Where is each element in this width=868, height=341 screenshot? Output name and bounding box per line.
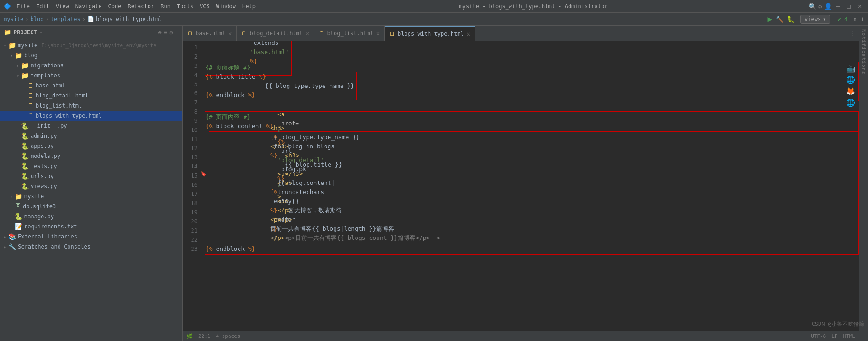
- tab-blog-detail[interactable]: 🗒 blog_detail.html ✕: [237, 26, 314, 41]
- tree-item-scratches[interactable]: ▸ 🔧 Scratches and Consoles: [0, 242, 182, 252]
- icon3[interactable]: 🦊: [846, 87, 855, 96]
- tab-more-btn[interactable]: ⋮: [846, 30, 859, 37]
- validate-badge: ✔ 4: [837, 16, 847, 22]
- code-editor[interactable]: {% extends 'base.html' %} {# 页面标题 #}: [201, 41, 859, 331]
- tree-item-blog-list[interactable]: 🗒 blog_list.html: [0, 101, 182, 111]
- breadcrumb-sep3: ›: [82, 16, 85, 22]
- tree-arrow: ▾: [2, 43, 8, 48]
- tree-label: base.html: [36, 82, 65, 89]
- chevron-down-icon: ▾: [823, 16, 826, 22]
- sidebar-hide-icon[interactable]: —: [175, 29, 179, 36]
- run-debug-btn[interactable]: 🐛: [787, 16, 795, 23]
- tree-item-admin-py[interactable]: 🐍 admin.py: [0, 131, 182, 141]
- menu-help[interactable]: Help: [240, 2, 258, 11]
- tree-item-ext-libraries[interactable]: ▸ 📚 External Libraries: [0, 232, 182, 242]
- sidebar-settings-icon[interactable]: ⚙: [169, 29, 173, 36]
- tree-item-base-html[interactable]: 🗒 base.html: [0, 81, 182, 91]
- icon1[interactable]: 📺: [846, 64, 855, 73]
- menu-view[interactable]: View: [53, 2, 72, 11]
- tree-label: apps.py: [31, 143, 54, 149]
- menu-refactor[interactable]: Refactor: [125, 2, 157, 11]
- minimize-btn[interactable]: —: [834, 3, 843, 10]
- ln-6: 6: [183, 89, 197, 98]
- ln-19: 19: [183, 208, 197, 217]
- tree-item-db-sqlite3[interactable]: 🗄 db.sqlite3: [0, 201, 182, 211]
- tab-blog-list[interactable]: 🗒 blog_list.html ✕: [314, 26, 385, 41]
- sidebar-dropdown-icon[interactable]: ▾: [40, 30, 43, 35]
- views-dropdown[interactable]: views ▾: [800, 15, 830, 24]
- menu-run[interactable]: Run: [158, 2, 173, 11]
- settings-icon[interactable]: ⚙: [818, 3, 822, 10]
- line-numbers: 1 2 3 4 5 6 7 8 9 10 11 12 13 14 15 16 1…: [183, 41, 201, 331]
- ln-15: 15: [183, 171, 197, 180]
- tab-close-icon[interactable]: ✕: [305, 30, 309, 37]
- indent-indicator: 4 spaces: [216, 333, 240, 339]
- tree-item-blog[interactable]: ▾ 📁 blog: [0, 50, 182, 60]
- tree-item-tests-py[interactable]: 🐍 tests.py: [0, 161, 182, 171]
- menu-tools[interactable]: Tools: [174, 2, 196, 11]
- close-btn[interactable]: ✕: [855, 3, 864, 10]
- ln-14: 14: [183, 162, 197, 171]
- editor-content: 1 2 3 4 5 6 7 8 9 10 11 12 13 14 15 16 1…: [183, 41, 859, 331]
- tab-icon: 🗒: [319, 30, 325, 37]
- code-line-1: {% extends 'base.html' %}: [201, 43, 859, 52]
- tab-close-icon[interactable]: ✕: [228, 30, 232, 37]
- tree-item-templates[interactable]: ▾ 📁 templates: [0, 70, 182, 81]
- tree-item-models-py[interactable]: 🐍 models.py: [0, 151, 182, 161]
- py-file-icon: 🐍: [21, 162, 29, 170]
- icon2[interactable]: 🌐: [846, 76, 855, 84]
- menu-window[interactable]: Window: [213, 2, 239, 11]
- menu-edit[interactable]: Edit: [33, 2, 52, 11]
- breadcrumb-blog[interactable]: blog: [31, 16, 44, 22]
- code-line-14: 🔖: [209, 169, 858, 179]
- ln-16: 16: [183, 180, 197, 189]
- folder-open-icon: 📁: [15, 52, 22, 59]
- ln-4: 4: [183, 70, 197, 80]
- breadcrumb-templates[interactable]: templates: [51, 16, 80, 22]
- tree-item-blog-detail[interactable]: 🗒 blog_detail.html: [0, 91, 182, 101]
- tab-close-icon[interactable]: ✕: [376, 30, 380, 37]
- tree-item-mysite2[interactable]: ▸ 📁 mysite: [0, 191, 182, 201]
- content-block-section: {# 页面内容 #} {% block content %} <h3>: [205, 111, 859, 255]
- tree-item-views-py[interactable]: 🐍 views.py: [0, 181, 182, 191]
- breadcrumb-mysite[interactable]: mysite: [4, 16, 23, 22]
- tree-arrow: ▸: [2, 234, 8, 239]
- user-icon[interactable]: 👤: [824, 3, 832, 10]
- tree-item-mysite-root[interactable]: ▾ 📁 mysite E:\about_Django\test\mysite_e…: [0, 40, 182, 50]
- menu-vcs[interactable]: VCS: [197, 2, 213, 11]
- tree-item-manage-py[interactable]: 🐍 manage.py: [0, 211, 182, 222]
- notifications-label[interactable]: Notifications: [861, 29, 867, 75]
- expand-icon[interactable]: ⬆: [853, 16, 857, 23]
- tree-item-blogs-with-type[interactable]: 🗒 blogs_with_type.html: [0, 111, 182, 121]
- tab-close-icon[interactable]: ✕: [467, 30, 470, 38]
- menu-code[interactable]: Code: [106, 2, 124, 11]
- tree-item-requirements-txt[interactable]: 📝 requirements.txt: [0, 222, 182, 232]
- py-file-icon: 🐍: [21, 152, 29, 160]
- right-side-icons: 📺 🌐 🦊 🌐: [846, 64, 855, 107]
- menu-file[interactable]: File: [14, 2, 32, 11]
- tab-base-html[interactable]: 🗒 base.html ✕: [183, 26, 237, 41]
- search-icon[interactable]: 🔍: [809, 3, 816, 10]
- tree-item-init-py-blog[interactable]: 🐍 __init__.py: [0, 121, 182, 131]
- collapse-icon[interactable]: ⬇: [861, 16, 864, 23]
- tree-item-apps-py[interactable]: 🐍 apps.py: [0, 141, 182, 151]
- inner-content-section: <h3> {{ blog_type.type_name }} </h3> {% …: [209, 131, 858, 244]
- menu-navigate[interactable]: Navigate: [73, 2, 105, 11]
- maximize-btn[interactable]: □: [844, 3, 853, 10]
- tree-item-urls-py-blog[interactable]: 🐍 urls.py: [0, 171, 182, 181]
- ln-23: 23: [183, 244, 197, 254]
- tab-blogs-with-type[interactable]: 🗒 blogs_with_type.html ✕: [385, 26, 475, 41]
- sidebar-new-icon[interactable]: ⊕: [158, 29, 161, 36]
- icon4[interactable]: 🌐: [846, 98, 855, 107]
- sidebar-collapse-icon[interactable]: ≡: [164, 29, 167, 36]
- ln-11: 11: [183, 135, 197, 144]
- breadcrumb-sep2: ›: [46, 16, 49, 22]
- tree-label: blog: [24, 52, 37, 59]
- breadcrumb-icon: 📄: [87, 16, 94, 22]
- run-play-btn[interactable]: ▶: [767, 15, 772, 23]
- ln-1: 1: [183, 43, 197, 52]
- tab-icon: 🗒: [241, 30, 247, 37]
- tree-item-migrations[interactable]: ▸ 📁 migrations: [0, 60, 182, 70]
- ln-10: 10: [183, 125, 197, 135]
- run-build-btn[interactable]: 🔨: [776, 16, 783, 23]
